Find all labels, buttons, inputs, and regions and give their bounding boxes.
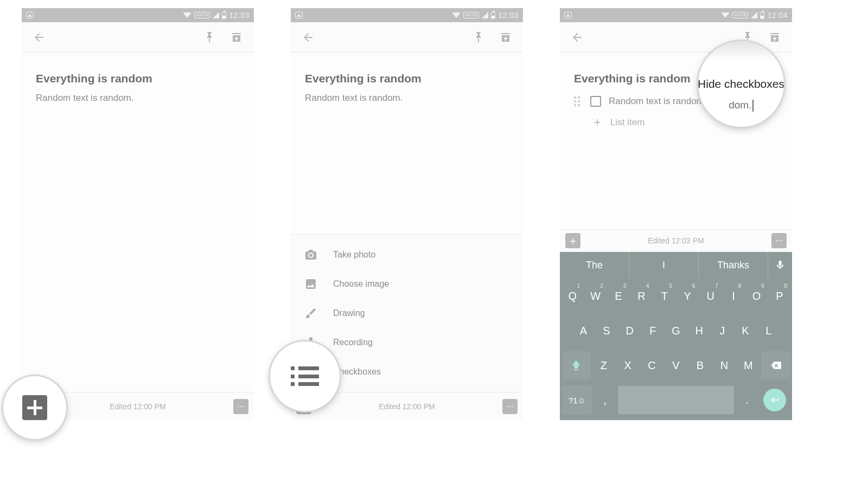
key-z[interactable]: Z [593,351,615,379]
key-c[interactable]: C [641,351,662,379]
status-bar: VoLTE 12:03 [22,8,254,22]
picture-icon [564,12,572,18]
archive-button[interactable] [496,28,515,47]
pin-button[interactable] [738,28,757,47]
phone-screen-2: VoLTE 12:03 Everything is random Random … [291,8,523,420]
soft-keyboard: The I Thanks Q1W2E3R4T5Y6U7I8O9P0 ASDFGH… [560,252,792,420]
key-m[interactable]: M [737,351,759,379]
archive-button[interactable] [765,28,784,47]
period-key[interactable]: . [736,386,757,414]
edited-timestamp: Edited 12:00 PM [317,402,497,411]
comma-key[interactable]: , [595,386,616,414]
note-content[interactable]: Everything is random Random text is rand… [291,53,523,104]
keyboard-row-3: ZXCVBNM [562,351,790,379]
mic-icon [304,336,318,350]
add-button[interactable]: ＋ [296,399,311,414]
checkbox[interactable] [590,96,601,107]
sheet-recording[interactable]: Recording [291,328,523,357]
back-button[interactable] [567,28,587,47]
key-h[interactable]: H [688,317,710,345]
volte-badge: VoLTE [732,12,748,18]
more-button[interactable]: ⋯ [771,233,787,248]
bottom-bar: ＋ Edited 12:00 PM ⋯ [22,392,254,420]
add-button[interactable]: ＋ [565,233,580,248]
pin-button[interactable] [200,28,219,47]
volte-badge: VoLTE [463,12,479,18]
more-button[interactable]: ⋯ [502,399,518,414]
key-k[interactable]: K [735,317,756,345]
symbols-key[interactable]: ?1☺ [562,386,592,414]
key-g[interactable]: G [666,317,687,345]
app-bar [560,22,792,53]
key-w[interactable]: W2 [585,282,605,310]
checklist: Random text is random. + List item [574,93,778,130]
sheet-label: Recording [333,338,373,347]
checklist-item-text[interactable]: Random text is random. [609,96,706,107]
pin-button[interactable] [469,28,488,47]
key-f[interactable]: F [642,317,663,345]
key-x[interactable]: X [617,351,639,379]
key-o[interactable]: O9 [746,282,767,310]
key-s[interactable]: S [596,317,617,345]
keyboard-suggestions: The I Thanks [560,252,792,278]
enter-key[interactable] [760,386,790,414]
clock-text: 12:04 [767,11,788,20]
key-q[interactable]: Q1 [562,282,583,310]
more-button[interactable]: ⋯ [233,399,248,414]
sheet-checkboxes[interactable]: Checkboxes [291,357,523,386]
note-body[interactable]: Random text is random. [36,93,240,104]
spacebar-key[interactable] [618,386,735,414]
camera-icon [304,248,318,262]
sheet-take-photo[interactable]: Take photo [291,240,523,269]
key-j[interactable]: J [712,317,733,345]
backspace-key[interactable] [761,351,790,379]
key-t[interactable]: T5 [654,282,675,310]
key-a[interactable]: A [573,317,594,345]
sheet-choose-image[interactable]: Choose image [291,269,523,299]
wifi-icon [721,12,730,18]
suggestion[interactable]: The [560,252,629,278]
keyboard-row-2: ASDFGHJKL [562,317,790,345]
drag-handle-icon[interactable] [574,96,583,106]
sheet-label: Take photo [333,250,375,260]
key-d[interactable]: D [619,317,640,345]
archive-button[interactable] [227,28,246,47]
brush-icon [304,306,318,320]
battery-icon [760,12,764,19]
status-bar: VoLTE 12:04 [560,8,792,22]
note-title[interactable]: Everything is random [36,72,240,85]
keyboard-row-1: Q1W2E3R4T5Y6U7I8O9P0 [562,282,790,310]
volte-badge: VoLTE [194,12,210,18]
key-n[interactable]: N [713,351,735,379]
back-button[interactable] [298,28,318,47]
note-content[interactable]: Everything is random Random text is rand… [560,53,792,130]
shift-key[interactable] [562,351,591,379]
note-title[interactable]: Everything is random [574,72,778,85]
key-p[interactable]: P0 [769,282,790,310]
note-title[interactable]: Everything is random [305,72,509,85]
add-list-item[interactable]: + List item [574,110,778,130]
back-button[interactable] [29,28,49,47]
bottom-bar: ＋ Edited 12:03 PM ⋯ [560,229,792,252]
checklist-item[interactable]: Random text is random. [574,93,778,110]
phone-screen-1: VoLTE 12:03 Everything is random Random … [22,8,254,420]
note-content[interactable]: Everything is random Random text is rand… [22,53,254,104]
app-bar [291,22,523,53]
mic-button[interactable] [768,252,792,278]
key-v[interactable]: V [665,351,687,379]
note-body[interactable]: Random text is random. [305,93,509,104]
key-l[interactable]: L [758,317,779,345]
key-y[interactable]: Y6 [677,282,698,310]
key-r[interactable]: R4 [631,282,652,310]
wifi-icon [452,12,461,18]
key-b[interactable]: B [689,351,711,379]
status-bar: VoLTE 12:03 [291,8,523,22]
key-i[interactable]: I8 [723,282,744,310]
key-u[interactable]: U7 [700,282,720,310]
key-e[interactable]: E3 [608,282,629,310]
sheet-drawing[interactable]: Drawing [291,299,523,328]
add-button[interactable]: ＋ [27,399,42,414]
picture-icon [26,12,34,18]
suggestion[interactable]: Thanks [699,252,768,278]
suggestion[interactable]: I [629,252,699,278]
